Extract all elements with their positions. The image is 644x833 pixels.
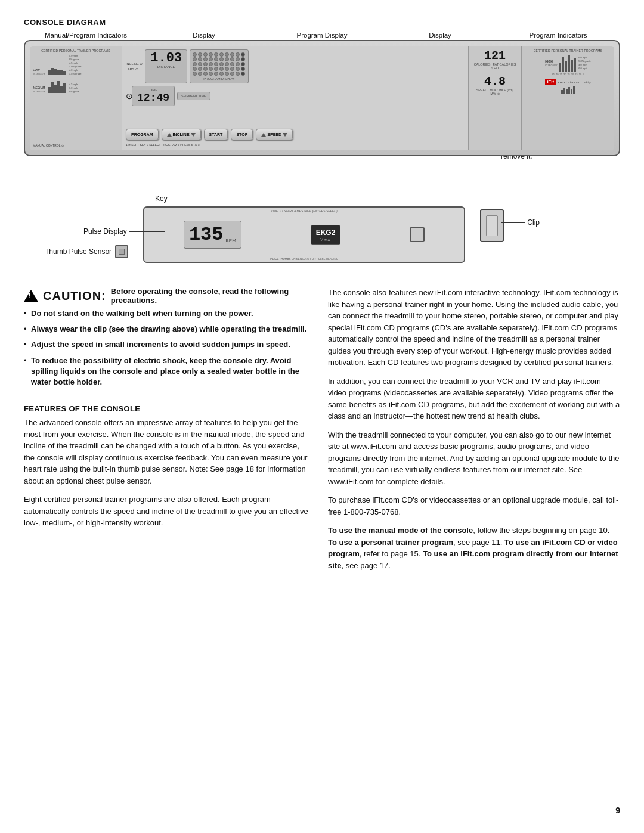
low-label: LOW	[33, 68, 45, 72]
fat-indicator: ⊙ FAT	[491, 66, 499, 70]
program-button[interactable]: PROGRAM	[126, 129, 159, 140]
ifit-logo-area: iFit .com i n t e r a c t i v i t y	[545, 79, 591, 85]
incline-row: INCLINE ⊙	[126, 62, 143, 66]
page-number: 9	[615, 806, 620, 815]
laps-text: LAPS ⊙	[126, 67, 138, 71]
time-display: TIME 12:49	[132, 86, 175, 106]
program-display-label: PROGRAM DISPLAY	[203, 77, 235, 80]
certified-trainer-label: CERTIFIED PERSONAL TRAINER PROGRAMS	[33, 49, 119, 52]
diagram-wrapper: Manual/Program Indicators Display Progra…	[24, 32, 620, 156]
middle-display-row: ⊙ TIME 12:49 SEGMENT TIME	[126, 86, 465, 106]
calories-label: CALORIES	[474, 63, 491, 66]
up-arrow	[167, 133, 172, 137]
key-clip-section: Key Clip TIME TO START A MESSAGE (ENTE	[24, 191, 620, 278]
clip-label-text: Clip	[527, 218, 540, 227]
speed-labels-medium: 4.5 mph 6.0 mph 8% grade	[69, 83, 79, 93]
high-bars	[559, 54, 576, 72]
pulse-display-label: Pulse Display	[83, 227, 127, 236]
clip-line	[501, 222, 525, 223]
thumb-sensor-line	[132, 252, 162, 252]
page-container: CONSOLE DIAGRAM Manual/Program Indicator…	[24, 18, 620, 578]
low-bars	[48, 61, 66, 75]
manual-mode-bold: To use the manual mode of the console	[328, 526, 473, 535]
insert-key-text: 1 INSERT KEY 2 SELECT PROGRAM 3 PRESS ST…	[126, 143, 465, 147]
key-label: Key	[155, 194, 168, 203]
dots-grid	[193, 52, 246, 76]
incline-button[interactable]: INCLINE	[162, 129, 201, 140]
main-content: CAUTION: Before operating the console, r…	[24, 287, 620, 578]
distance-display: 1.03 DISTANCE	[145, 49, 187, 83]
ifit-com-text: .com	[557, 80, 565, 84]
ifit-logo: iFit	[545, 79, 556, 85]
speed-labels-right: 6.0 mph 5.8% grade 4.0 mph 6.0 mph	[578, 56, 590, 70]
ekg2-text: EKG2	[316, 228, 336, 237]
ekg-small-box	[410, 227, 425, 242]
right-para-2: In addition, you can connect the treadmi…	[328, 376, 620, 422]
program-display-dots: PROGRAM DISPLAY	[190, 49, 249, 83]
right-certified-label: CERTIFIED PERSONAL TRAINER PROGRAMS	[534, 49, 603, 52]
console-diagram-section: CONSOLE DIAGRAM Manual/Program Indicator…	[24, 18, 620, 278]
thumb-sensor-label-area: Thumb Pulse Sensor	[45, 245, 162, 258]
calories-display: 121 CALORIES FAT CALORIES ⊙ FAT	[474, 49, 516, 70]
speed-button[interactable]: SPEED	[256, 129, 293, 140]
diagram-labels-row: Manual/Program Indicators Display Progra…	[24, 32, 620, 39]
bpm-label: BPM	[226, 238, 236, 243]
interactivity-text: i n t e r a c t i v i t y	[566, 80, 591, 84]
center-display: INCLINE ⊙ LAPS ⊙ 1.03 DISTANCE	[122, 46, 468, 150]
high-intensity-row: HIGH INTENSITY 6.0 mph	[545, 54, 590, 72]
sensor-inner	[119, 249, 125, 255]
down-arrow	[191, 133, 196, 137]
features-title: FEATURES OF THE CONSOLE	[24, 404, 310, 413]
key-label-area: Key	[155, 194, 206, 203]
pulse-display: 135 BPM	[184, 221, 242, 249]
right-para-3: With the treadmill connected to your com…	[328, 429, 620, 488]
medium-label: MEDIUM	[33, 86, 45, 89]
bullet-1-text: Do not stand on the walking belt when tu…	[31, 309, 253, 318]
caution-header: CAUTION: Before operating the console, r…	[24, 287, 310, 305]
incline-text: INCLINE ⊙	[126, 62, 143, 66]
caution-subtitle: Before operating the console, read the f…	[111, 287, 310, 305]
pulse-value: 135	[189, 224, 224, 246]
start-button[interactable]: START	[204, 129, 228, 140]
speed-down-arrow	[283, 133, 287, 137]
intensity-sub2: INTENSITY	[33, 90, 45, 93]
bullet-1: Do not stand on the walking belt when tu…	[24, 308, 310, 319]
clip-inner	[486, 215, 498, 236]
top-display-row: INCLINE ⊙ LAPS ⊙ 1.03 DISTANCE	[126, 49, 465, 83]
stop-button[interactable]: STOP	[231, 129, 253, 140]
low-intensity-row: LOW INTENSITY 4.0 mph	[33, 54, 119, 75]
pulse-console-box: TIME TO START A MESSAGE (ENTERS SPEED) 1…	[143, 206, 465, 263]
ekg-sub: V ■▲	[320, 237, 331, 241]
key-line	[171, 199, 206, 199]
seg-time-label: SEGMENT TIME	[181, 94, 206, 98]
seg-time-display: SEGMENT TIME	[177, 92, 210, 100]
speed-labels-low: 4.0 mph 8% grade 4.5 mph 5.0% grade 4.0 …	[69, 54, 81, 75]
intensity-sub: INTENSITY	[33, 72, 45, 75]
bullet-2-text: Always wear the clip (see the drawing ab…	[31, 324, 306, 333]
bullet-4-text: To reduce the possibility of electric sh…	[31, 356, 299, 386]
pulse-display-line	[129, 231, 165, 232]
speed-label: SPEED	[476, 88, 488, 92]
interactivity-bars	[561, 86, 575, 94]
features-para-2: Eight certified personal trainer program…	[24, 494, 310, 529]
label-display1: Display	[145, 32, 263, 39]
clip-visual	[480, 209, 504, 242]
far-right-program-panel: CERTIFIED PERSONAL TRAINER PROGRAMS HIGH…	[522, 46, 614, 150]
right-para-4: To purchase iFit.com CD's or videocasset…	[328, 494, 620, 518]
left-program-panel: CERTIFIED PERSONAL TRAINER PROGRAMS LOW …	[30, 46, 122, 150]
caution-box: CAUTION: Before operating the console, r…	[24, 287, 310, 395]
high-intensity-label: HIGH INTENSITY	[545, 60, 558, 66]
right-column: The console also features new iFit.com i…	[328, 287, 620, 578]
medium-bars	[48, 76, 66, 93]
speed-up-arrow	[261, 133, 266, 137]
right-para-5: To use the manual mode of the console, f…	[328, 525, 620, 571]
bullet-3-text: Adjust the speed in small increments to …	[31, 340, 290, 349]
place-thumbs-text: PLACE THUMBS ON SENSORS FOR PULSE READIN…	[144, 258, 464, 261]
left-column: CAUTION: Before operating the console, r…	[24, 287, 310, 578]
features-para-1: The advanced console offers an impressiv…	[24, 417, 310, 487]
right-para-1: The console also features new iFit.com i…	[328, 287, 620, 368]
clip-label-text-area: Clip	[501, 218, 540, 227]
thumb-sensor-icon	[115, 245, 128, 258]
scale-numbers: 45403530252015105	[552, 73, 584, 76]
calories-value: 121	[484, 49, 506, 63]
